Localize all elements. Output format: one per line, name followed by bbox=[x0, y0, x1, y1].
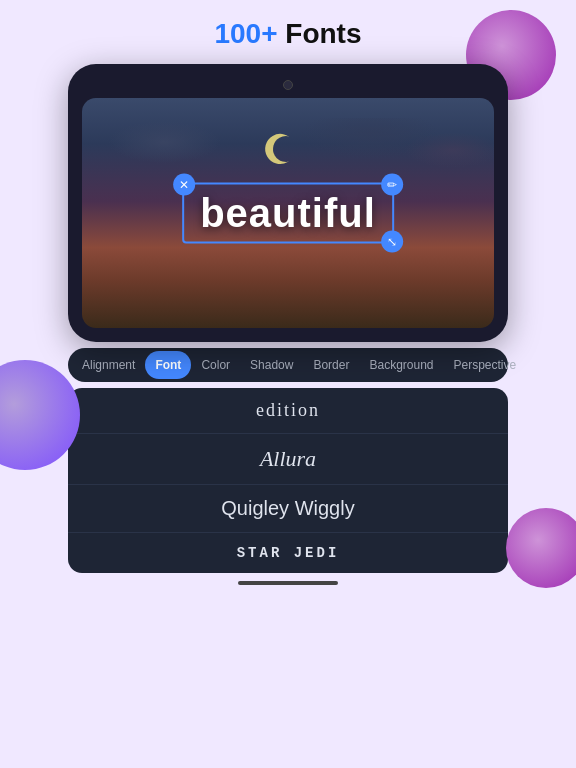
handle-delete[interactable]: ✕ bbox=[173, 174, 195, 196]
tab-shadow[interactable]: Shadow bbox=[240, 351, 303, 379]
canvas-background: ✕ ✏ ⤡ beautiful bbox=[82, 98, 494, 328]
tablet-camera bbox=[283, 80, 293, 90]
canvas-text-box[interactable]: ✕ ✏ ⤡ beautiful bbox=[182, 183, 394, 244]
tab-border[interactable]: Border bbox=[303, 351, 359, 379]
canvas-text: beautiful bbox=[200, 191, 376, 235]
font-list: edition Allura Quigley Wiggly STAR JEDI bbox=[68, 388, 508, 573]
font-item-quigley[interactable]: Quigley Wiggly bbox=[68, 485, 508, 533]
canvas-text-element[interactable]: ✕ ✏ ⤡ beautiful bbox=[182, 183, 394, 244]
font-item-allura[interactable]: Allura bbox=[68, 434, 508, 485]
title-highlight: 100+ bbox=[214, 18, 285, 49]
tab-color[interactable]: Color bbox=[191, 351, 240, 379]
home-indicator bbox=[238, 581, 338, 585]
font-item-edition[interactable]: edition bbox=[68, 388, 508, 434]
decoration-blob-bottom-right bbox=[506, 508, 576, 588]
tablet-frame: ✕ ✏ ⤡ beautiful Тт Text 🅰 Styled text 🧩 … bbox=[68, 64, 508, 342]
tab-font[interactable]: Font bbox=[145, 351, 191, 379]
handle-edit[interactable]: ✏ bbox=[381, 174, 403, 196]
tab-background[interactable]: Background bbox=[359, 351, 443, 379]
tablet-screen: ✕ ✏ ⤡ beautiful Тт Text 🅰 Styled text 🧩 … bbox=[82, 98, 494, 328]
moon-decoration bbox=[273, 136, 303, 166]
device-home-bar bbox=[68, 581, 508, 585]
tab-alignment[interactable]: Alignment bbox=[72, 351, 145, 379]
tab-perspective[interactable]: Perspective bbox=[444, 351, 527, 379]
options-tabs-bar: Alignment Font Color Shadow Border Backg… bbox=[68, 348, 508, 382]
handle-resize[interactable]: ⤡ bbox=[381, 231, 403, 253]
font-item-starjedi[interactable]: STAR JEDI bbox=[68, 533, 508, 573]
